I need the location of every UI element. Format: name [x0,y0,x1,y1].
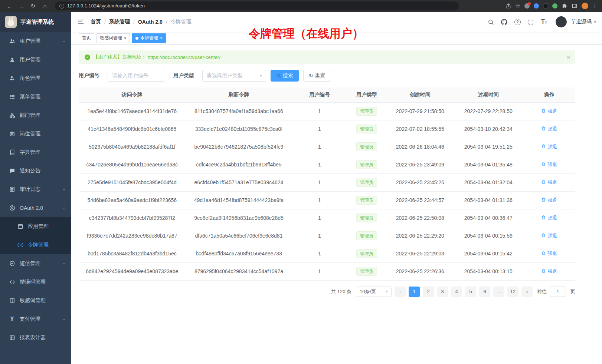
extension-blue-icon[interactable] [534,3,539,9]
back-icon[interactable]: ← [4,1,14,10]
force-logout-button[interactable]: 强退 [541,161,557,168]
close-alert-icon[interactable]: × [567,54,570,60]
reload-icon[interactable]: ↻ [28,1,38,10]
force-logout-button[interactable]: 强退 [541,179,557,186]
force-logout-button[interactable]: 强退 [541,197,557,203]
collapse-sidebar-icon[interactable] [77,18,85,26]
sidebar-item-notice[interactable]: 通知公告 [0,162,71,180]
page-size-select[interactable]: 10条/页 ▾ [356,287,392,297]
alert-link[interactable]: https://doc.iocoder.cn/user-center/ [148,54,220,60]
dept-icon [9,112,15,119]
site-info-icon[interactable]: i [59,4,64,9]
sidebar-item-post[interactable]: 岗位管理 [0,125,71,143]
tab-token[interactable]: 令牌管理× [132,33,166,43]
trash-icon [541,108,546,114]
sidebar-item-oauth-app[interactable]: 应用管理 [0,217,71,236]
sidebar-item-label: 报表设计器 [20,334,46,341]
sidebar-item-report[interactable]: 报表设计器 [0,328,71,347]
breadcrumb-item[interactable]: 系统管理 [109,19,130,25]
extension-dark-icon[interactable] [543,3,548,9]
sidebar-item-dict[interactable]: 字典管理 [0,143,71,162]
fullscreen-icon[interactable] [528,19,534,25]
breadcrumb-item[interactable]: OAuth 2.0 [138,19,163,25]
page-button-12[interactable]: 12 [507,287,518,297]
sidebar-item-user[interactable]: 用户管理 [0,50,71,69]
force-logout-button[interactable]: 强退 [541,232,557,239]
force-logout-button[interactable]: 强退 [541,126,557,132]
profile-avatar[interactable] [582,3,588,9]
github-icon[interactable] [501,19,507,25]
access-token-cell: 6d842e2924594de9a09e45e087323abe [79,262,186,280]
forward-icon[interactable]: → [16,1,26,10]
url-bar[interactable]: i 127.0.0.1:1024/system/oauth2/token [55,1,459,10]
refresh-token-cell: dfa6c71a50a54c66bef706ef9e6e8d81 [186,227,292,245]
access-token-cell: b0d1785bc3a8482f812db4a3f3bd15ec [79,245,186,262]
sidebar-item-oauth[interactable]: OAuth 2.0 [0,199,71,217]
page-button-6[interactable]: 6 [479,287,490,297]
font-size-icon[interactable]: TT [541,19,547,25]
user-type-badge: 管理员 [356,196,377,205]
search-icon[interactable] [488,19,494,25]
chevron-down-icon[interactable]: ▾ [594,20,596,24]
user-avatar[interactable] [556,16,567,27]
refresh-token-cell: cdfc4ce9c2da4bb1bdf21b9918ff4be5 [186,156,292,173]
force-logout-button[interactable]: 强退 [541,215,557,221]
more-pages-button[interactable]: ... [493,287,504,297]
column-header-created-time: 创建时间 [387,87,454,102]
page-button-5[interactable]: 5 [465,287,476,297]
help-icon[interactable]: ? [514,19,521,25]
force-logout-button[interactable]: 强退 [541,268,557,275]
page-button-3[interactable]: 3 [437,287,448,297]
next-page-button[interactable]: › [521,287,533,297]
user-type-select[interactable]: 请选择用户类型 ▾ [202,70,266,82]
sidebar-item-tenant[interactable]: 租户管理 [0,32,71,50]
refresh-token-cell: be90422b8c7946218275a508bf524fc9 [186,138,292,156]
force-logout-button[interactable]: 强退 [541,250,557,257]
share-icon[interactable] [506,3,511,9]
puzzle-icon[interactable] [562,3,567,9]
user-type-cell: 管理员 [347,120,386,138]
page-button-2[interactable]: 2 [423,287,434,297]
force-logout-button[interactable]: 强退 [541,108,557,115]
page-button-4[interactable]: 4 [451,287,462,297]
tab-label: 令牌管理 [140,35,158,41]
user-id-cell: 1 [292,138,347,156]
sidebar-item-error-code[interactable]: 错误码管理 [0,273,71,291]
sidebar-item-audit-log[interactable]: 审计日志 [0,180,71,199]
force-logout-button[interactable]: 强退 [541,143,557,150]
sidebar-item-oauth-token[interactable]: 令牌管理 [0,236,71,254]
sidebar-item-dept[interactable]: 部门管理 [0,106,71,125]
bookmark-star-icon[interactable]: ☆ [516,3,520,9]
prev-page-button[interactable]: ‹ [395,287,406,297]
extension-green-icon[interactable] [552,3,557,9]
tab-home[interactable]: 首页 [79,33,94,43]
user-name[interactable]: 芋道源码 [570,19,591,25]
sidebar-item-sensitive-word[interactable]: 敏感词管理 [0,291,71,310]
page-button-1[interactable]: 1 [409,287,420,297]
user-type-cell: 管理员 [347,245,386,262]
action-cell: 强退 [523,227,575,245]
chevron-down-icon [62,39,66,43]
home-icon[interactable]: ⌂ [40,1,50,10]
breadcrumb-item: 令牌管理 [171,19,192,25]
side-panel-icon[interactable] [572,3,578,9]
extension-red-badge-icon[interactable] [524,3,530,9]
sidebar-item-role[interactable]: 角色管理 [0,69,71,87]
expire-time-cell: 2054-03-04 00:36:47 [454,209,523,227]
tab-sensitive-word[interactable]: 敏感词管理× [96,33,130,43]
breadcrumb-item[interactable]: 首页 [91,19,101,25]
browser-menu-icon[interactable]: ⋮ [592,3,598,9]
close-tab-icon[interactable]: × [160,36,163,41]
user-id-input[interactable] [108,70,165,82]
sidebar-item-menu[interactable]: 菜单管理 [0,87,71,106]
sidebar-item-sms[interactable]: 短信管理 [0,254,71,273]
expire-time-cell: 2022-07-29 22:28:50 [454,102,523,120]
audit-icon [9,186,15,193]
goto-page-input[interactable] [550,287,566,297]
sidebar-item-pay[interactable]: ¥支付管理 [0,310,71,328]
refresh-token-cell: 8796295f04064c2983414cc54af1097a [186,262,292,280]
search-button[interactable]: 搜索 [271,70,299,82]
created-time-cell: 2022-06-25 22:50:08 [387,209,454,227]
reset-button[interactable]: ↻ 重置 [303,70,331,82]
close-tab-icon[interactable]: × [124,36,127,41]
